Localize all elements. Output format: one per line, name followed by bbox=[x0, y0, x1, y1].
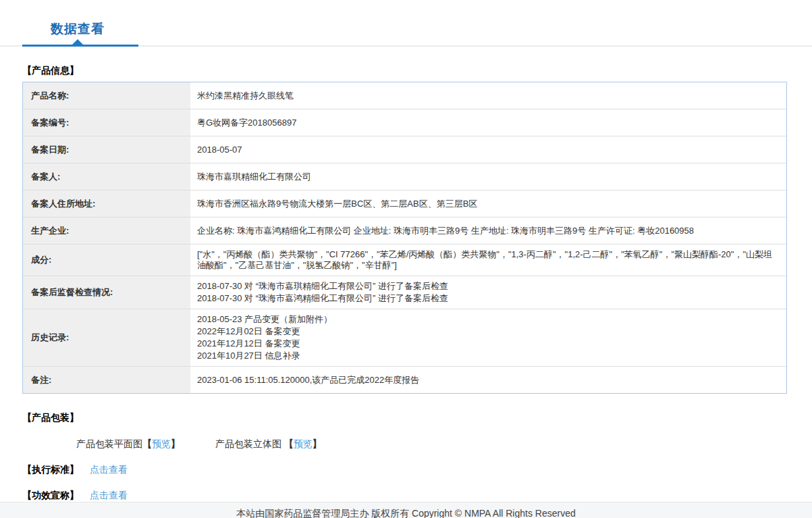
row-label: 备案编号: bbox=[23, 109, 192, 136]
packaging-3d-label: 产品包装立体图 bbox=[215, 438, 284, 449]
row-label: 备案人: bbox=[23, 163, 192, 190]
table-row: 备案人:珠海市嘉琪精细化工有限公司 bbox=[23, 163, 786, 190]
product-info-section-title: 【产品信息】 bbox=[22, 65, 787, 77]
standards-view-link[interactable]: 点击查看 bbox=[90, 464, 128, 476]
row-value: ["水"，"丙烯酸（酯）类共聚物"，"CI 77266"，"苯乙烯/丙烯酸（酯）… bbox=[192, 244, 786, 276]
row-value: 粤G妆网备字2018056897 bbox=[192, 109, 786, 136]
table-row: 生产企业:企业名称: 珠海市嘉鸿精细化工有限公司 企业地址: 珠海市明丰三路9号… bbox=[23, 217, 786, 244]
row-value: 2018-05-07 bbox=[192, 136, 786, 163]
standards-section: 【执行标准】 点击查看 bbox=[22, 464, 787, 476]
row-label: 备注: bbox=[23, 367, 192, 393]
table-row: 成分:["水"，"丙烯酸（酯）类共聚物"，"CI 77266"，"苯乙烯/丙烯酸… bbox=[23, 244, 786, 276]
row-label: 历史记录: bbox=[23, 309, 192, 366]
bracket-close: 】 bbox=[313, 438, 322, 449]
page-footer: 本站由国家药品监督管理局主办 版权所有 Copyright © NMPA All… bbox=[0, 502, 812, 518]
packaging-section-title: 【产品包装】 bbox=[22, 412, 787, 424]
active-tab-arrow-icon bbox=[72, 39, 83, 45]
footer-copyright-text: 本站由国家药品监督管理局主办 版权所有 Copyright © NMPA All… bbox=[236, 508, 575, 518]
row-label: 生产企业: bbox=[23, 217, 192, 244]
efficacy-section: 【功效宣称】 点击查看 bbox=[22, 490, 787, 502]
row-value: 珠海市香洲区福永路9号物流大楼第一层BC区、第二层AB区、第三层B区 bbox=[192, 190, 786, 217]
main-content: 【产品信息】 产品名称:米约漆黑精准持久眼线笔备案编号:粤G妆网备字201805… bbox=[0, 47, 812, 502]
row-value: 珠海市嘉琪精细化工有限公司 bbox=[192, 163, 786, 190]
bracket-open: 【 bbox=[142, 438, 152, 449]
row-value: 2018-05-23 产品变更（新加附件）2022年12月02日 备案变更202… bbox=[192, 309, 786, 366]
packaging-item-flat: 产品包装平面图【预览】 bbox=[76, 438, 180, 450]
row-value: 2018-07-30 对 “珠海市嘉琪精细化工有限公司” 进行了备案后检查201… bbox=[192, 276, 786, 309]
packaging-flat-label: 产品包装平面图 bbox=[76, 438, 142, 449]
row-label: 备案后监督检查情况: bbox=[23, 276, 192, 309]
packaging-item-3d: 产品包装立体图 【预览】 bbox=[215, 438, 322, 450]
row-label: 备案人住所地址: bbox=[23, 190, 192, 217]
row-label: 产品名称: bbox=[23, 82, 192, 109]
table-row: 备案编号:粤G妆网备字2018056897 bbox=[23, 109, 786, 136]
efficacy-view-link[interactable]: 点击查看 bbox=[90, 490, 128, 502]
row-label: 备案日期: bbox=[23, 136, 192, 163]
bracket-open: 【 bbox=[284, 438, 294, 449]
standards-section-title: 【执行标准】 bbox=[22, 464, 79, 476]
table-row: 备注:2023-01-06 15:11:05.120000,该产品已完成2022… bbox=[23, 367, 786, 393]
packaging-flat-preview-link[interactable]: 预览 bbox=[152, 438, 171, 449]
table-row: 备案后监督检查情况:2018-07-30 对 “珠海市嘉琪精细化工有限公司” 进… bbox=[23, 276, 786, 309]
bracket-close: 】 bbox=[171, 438, 180, 449]
tab-bar: 数据查看 bbox=[0, 0, 812, 47]
tab-data-view[interactable]: 数据查看 bbox=[51, 20, 105, 38]
packaging-row: 产品包装平面图【预览】 产品包装立体图 【预览】 bbox=[76, 438, 787, 450]
row-label: 成分: bbox=[23, 244, 192, 276]
row-value: 2023-01-06 15:11:05.120000,该产品已完成2022年度报… bbox=[192, 367, 786, 393]
table-row: 备案日期:2018-05-07 bbox=[23, 136, 786, 163]
table-row: 备案人住所地址:珠海市香洲区福永路9号物流大楼第一层BC区、第二层AB区、第三层… bbox=[23, 190, 786, 217]
row-value: 米约漆黑精准持久眼线笔 bbox=[192, 82, 786, 109]
table-row: 产品名称:米约漆黑精准持久眼线笔 bbox=[23, 82, 786, 109]
active-tab-underline bbox=[22, 45, 138, 47]
efficacy-section-title: 【功效宣称】 bbox=[22, 490, 79, 502]
table-row: 历史记录:2018-05-23 产品变更（新加附件）2022年12月02日 备案… bbox=[23, 309, 786, 367]
packaging-3d-preview-link[interactable]: 预览 bbox=[294, 438, 313, 449]
product-info-table: 产品名称:米约漆黑精准持久眼线笔备案编号:粤G妆网备字2018056897备案日… bbox=[22, 82, 787, 394]
row-value: 企业名称: 珠海市嘉鸿精细化工有限公司 企业地址: 珠海市明丰三路9号 生产地址… bbox=[192, 217, 786, 244]
